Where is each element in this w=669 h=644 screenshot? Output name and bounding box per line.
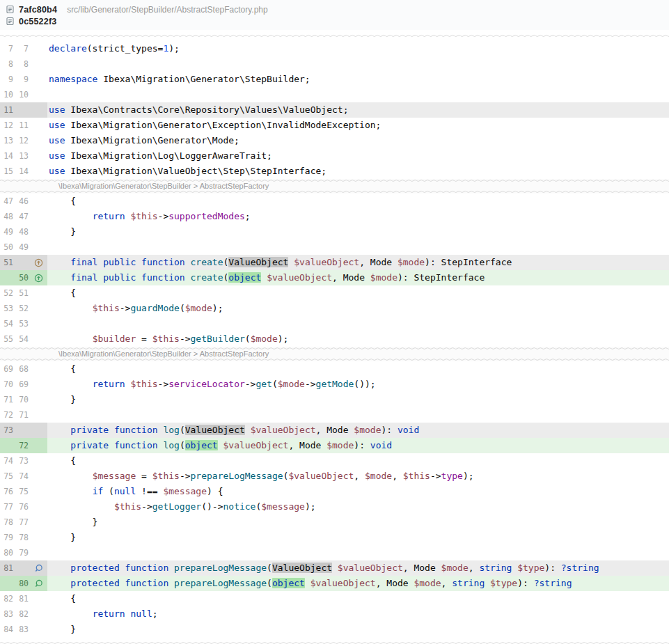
gutter: 5453	[0, 316, 47, 331]
diff-line[interactable]: 1514use Ibexa\Migration\ValueObject\Step…	[0, 164, 669, 179]
gutter: 51	[0, 255, 47, 270]
diff-line[interactable]: 4847 return $this->supportedModes;	[0, 209, 669, 224]
line-number-new: 73	[15, 456, 29, 466]
diff-line[interactable]: 5251 {	[0, 285, 669, 301]
line-number-old: 11	[0, 105, 13, 115]
diff-line[interactable]: 77declare(strict_types=1);	[0, 41, 669, 56]
gutter: 99	[0, 72, 47, 87]
diff-line[interactable]: 88	[0, 56, 669, 72]
diff-line[interactable]: 11use Ibexa\Contracts\Core\Repository\Va…	[0, 102, 669, 118]
line-number-new: 81	[15, 594, 29, 604]
code-line: {	[47, 361, 669, 377]
code-line: {	[47, 453, 669, 469]
gutter-icon-slot	[32, 363, 45, 375]
gutter: 7473	[0, 453, 47, 469]
collapsed-region-label: \Ibexa\Migration\Generator\StepBuilder >…	[0, 182, 669, 190]
line-number-old: 55	[0, 334, 13, 344]
diff-line[interactable]: 50 final public function create(object $…	[0, 270, 669, 285]
gutter: 8079	[0, 545, 47, 560]
diff-line[interactable]: 6968 {	[0, 361, 669, 377]
diff-line[interactable]: 80 protected function prepareLogMessage(…	[0, 576, 669, 591]
line-number-old: 82	[0, 594, 13, 604]
override-gutter-icon[interactable]	[32, 257, 45, 268]
diff-line[interactable]: 8382 return null;	[0, 606, 669, 622]
line-number-new: 53	[15, 319, 29, 329]
gutter: 1413	[0, 148, 47, 164]
line-number-old: 51	[0, 258, 13, 267]
diff-line[interactable]: 7473 {	[0, 453, 669, 469]
diff-line[interactable]: 7069 return $this->serviceLocator->get($…	[0, 377, 669, 392]
line-number-new: 13	[15, 151, 29, 161]
gutter-icon-slot	[32, 593, 45, 604]
override-gutter-icon[interactable]	[32, 272, 45, 283]
overridden-gutter-icon[interactable]	[32, 563, 45, 574]
collapsed-region-top[interactable]	[0, 30, 669, 41]
line-number-old: 83	[0, 609, 13, 619]
gutter: 50	[0, 270, 47, 285]
diff-line[interactable]: 51 final public function create(ValueObj…	[0, 255, 669, 270]
diff-line[interactable]: 4948 }	[0, 224, 669, 239]
diff-line[interactable]: 5453	[0, 316, 669, 331]
collapsed-region-bottom[interactable]	[0, 637, 669, 644]
line-number-old: 71	[0, 395, 13, 405]
diff-line[interactable]: 4746 {	[0, 194, 669, 209]
diff-line[interactable]: 1010	[0, 87, 669, 102]
diff-line[interactable]: 7978 }	[0, 530, 669, 545]
diff-line[interactable]: 7776 $this->getLogger()->notice($message…	[0, 499, 669, 515]
diff-line[interactable]: 7574 $message = $this->prepareLogMessage…	[0, 469, 669, 484]
commit-row-left: 7afc80b4 src/lib/Generator/StepBuilder/A…	[6, 3, 663, 15]
line-number-new: 74	[15, 471, 29, 481]
gutter-icon-slot	[32, 104, 45, 116]
code-line: }	[47, 622, 669, 637]
diff-line[interactable]: 1312use Ibexa\Migration\Generator\Mode;	[0, 133, 669, 148]
wavy-separator	[0, 641, 669, 644]
gutter-icon-slot	[32, 211, 45, 222]
collapsed-region[interactable]: \Ibexa\Migration\Generator\StepBuilder >…	[0, 179, 669, 194]
line-number-old: 54	[0, 319, 13, 329]
line-number-old: 79	[0, 533, 13, 542]
diff-line[interactable]: 8079	[0, 545, 669, 560]
code-line: use Ibexa\Migration\ValueObject\Step\Ste…	[47, 164, 669, 179]
collapsed-region[interactable]: \Ibexa\Migration\Generator\StepBuilder >…	[0, 347, 669, 361]
code-line: }	[47, 530, 669, 545]
code-line: return null;	[47, 606, 669, 622]
commit-row-right: 0c5522f3	[6, 15, 663, 27]
diff-line[interactable]: 72 private function log(object $valueObj…	[0, 438, 669, 453]
code-line: use Ibexa\Contracts\Core\Repository\Valu…	[47, 102, 669, 118]
gutter-icon-slot	[32, 242, 45, 253]
removed-word-highlight: ValueObject	[272, 563, 332, 573]
commit-hash-right: 0c5522f3	[19, 17, 56, 26]
diff-line[interactable]: 8281 {	[0, 591, 669, 606]
diff-line[interactable]: 7877 }	[0, 515, 669, 530]
diff-line[interactable]: 73 private function log(ValueObject $val…	[0, 423, 669, 438]
code-line: declare(strict_types=1);	[47, 41, 669, 56]
line-number-old: 78	[0, 517, 13, 527]
diff-line[interactable]: 5554 $builder = $this->getBuilder($mode)…	[0, 331, 669, 347]
code-line	[47, 87, 669, 102]
line-number-new: 48	[15, 227, 29, 237]
line-number-old: 50	[0, 242, 13, 252]
diff-line[interactable]: 99namespace Ibexa\Migration\Generator\St…	[0, 72, 669, 87]
added-word-highlight: object	[272, 578, 305, 588]
diff-line[interactable]: 7675 if (null !== $message) {	[0, 484, 669, 499]
gutter-icon-slot	[32, 150, 45, 162]
diff-line[interactable]: 1211use Ibexa\Migration\Generator\Except…	[0, 118, 669, 133]
diff-line[interactable]: 5352 $this->guardMode($mode);	[0, 301, 669, 316]
overridden-gutter-icon[interactable]	[32, 578, 45, 589]
code-line: use Ibexa\Migration\Generator\Mode;	[47, 133, 669, 148]
gutter-icon-slot	[32, 288, 45, 299]
line-number-old: 53	[0, 304, 13, 313]
gutter: 6968	[0, 361, 47, 377]
line-number-new: 75	[15, 487, 29, 496]
diff-line[interactable]: 8483 }	[0, 622, 669, 637]
diff-line[interactable]: 7170 }	[0, 392, 669, 407]
line-number-old: 47	[0, 196, 13, 206]
line-number-new: 82	[15, 609, 29, 619]
gutter-icon-slot	[32, 425, 45, 436]
gutter: 77	[0, 41, 47, 56]
diff-line[interactable]: 7271	[0, 407, 669, 423]
line-number-new: 80	[15, 579, 29, 588]
diff-line[interactable]: 5049	[0, 239, 669, 255]
diff-line[interactable]: 1413use Ibexa\Migration\Log\LoggerAwareT…	[0, 148, 669, 164]
diff-line[interactable]: 81 protected function prepareLogMessage(…	[0, 560, 669, 576]
